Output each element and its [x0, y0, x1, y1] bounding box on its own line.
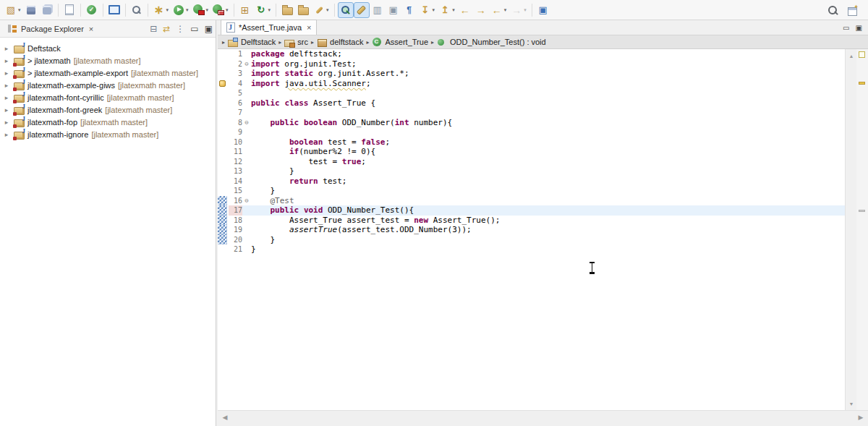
collapse-all-icon[interactable]: ⊟	[150, 24, 157, 34]
line-number[interactable]: 18	[229, 216, 242, 226]
chevron-right-icon[interactable]: ▸	[3, 45, 10, 52]
fold-collapse-icon[interactable]: ⊖	[242, 59, 251, 69]
coverage-button[interactable]: ▾	[191, 2, 211, 18]
import-button[interactable]	[279, 2, 295, 18]
line-number[interactable]: 2	[229, 59, 242, 69]
dropdown-arrow-icon[interactable]: ▾	[186, 7, 189, 13]
line-number[interactable]: 5	[229, 88, 242, 98]
dropdown-arrow-icon[interactable]: ▾	[433, 7, 435, 13]
forward-button[interactable]: →▾	[509, 2, 529, 18]
save-all-button[interactable]	[39, 2, 55, 18]
minimize-icon[interactable]: ▭	[843, 24, 849, 32]
line-number[interactable]: 16	[229, 196, 242, 206]
dropdown-arrow-icon[interactable]: ▾	[504, 7, 507, 13]
new-wizard-button[interactable]: ▧▾	[3, 2, 23, 18]
external-tools-button[interactable]: ▾	[311, 2, 331, 18]
dropdown-arrow-icon[interactable]: ▾	[268, 7, 271, 13]
breadcrumb-item-project[interactable]: Delftstack	[228, 38, 276, 47]
show-whitespace-button[interactable]: ¶	[401, 2, 417, 18]
previous-annotation-button[interactable]: ↥▾	[437, 2, 457, 18]
scroll-left-icon[interactable]: ◀	[219, 411, 231, 424]
line-number[interactable]: 10	[229, 137, 242, 148]
dropdown-arrow-icon[interactable]: ▾	[166, 7, 169, 13]
tree-item[interactable]: ▸jlatexmath-font-cyrillic[jlatexmath mas…	[0, 91, 216, 103]
line-number[interactable]: 17	[229, 205, 242, 216]
last-edit-location-button[interactable]	[338, 2, 354, 18]
chevron-right-icon[interactable]: ▸	[3, 131, 10, 138]
dropdown-arrow-icon[interactable]: ▾	[226, 7, 229, 13]
chevron-right-icon[interactable]: ▸	[3, 57, 10, 64]
search-button[interactable]	[825, 2, 841, 18]
dropdown-arrow-icon[interactable]: ▾	[524, 7, 527, 13]
warning-marker[interactable]	[859, 82, 865, 85]
overview-status-icon[interactable]	[859, 51, 865, 58]
debug-button[interactable]: ∗▾	[151, 2, 171, 18]
back-button[interactable]: ←▾	[489, 2, 509, 18]
line-number[interactable]: 4	[229, 79, 242, 89]
occurrence-marker[interactable]	[859, 210, 865, 212]
fold-collapse-icon[interactable]: ⊖	[242, 118, 251, 128]
tree-item[interactable]: ▸jlatexmath-example-giws[jlatexmath mast…	[0, 79, 216, 91]
scroll-down-icon[interactable]: ▼	[846, 399, 857, 409]
chevron-right-icon[interactable]: ▸	[3, 82, 10, 89]
close-icon[interactable]: ×	[89, 25, 93, 33]
show-source-button[interactable]: ▥	[370, 2, 386, 18]
view-menu-icon[interactable]: ⋮	[176, 24, 184, 34]
chevron-right-icon[interactable]: ▸	[3, 106, 10, 114]
line-number[interactable]: 11	[229, 147, 242, 157]
next-annotation-button[interactable]: ↧▾	[417, 2, 438, 18]
tree-item[interactable]: ▸> jlatexmath-example-export[jlatexmath …	[0, 67, 216, 79]
run-button[interactable]: ▾	[171, 2, 191, 18]
chevron-right-icon[interactable]: ▸	[3, 119, 10, 126]
new-editor-window-button[interactable]: ▣	[535, 2, 551, 18]
dropdown-arrow-icon[interactable]: ▾	[206, 7, 209, 13]
chevron-right-icon[interactable]: ▸	[3, 69, 10, 77]
maximize-icon[interactable]: ▣	[856, 24, 862, 32]
fold-collapse-icon[interactable]: ⊖	[242, 196, 251, 206]
line-number[interactable]: 20	[229, 235, 242, 245]
breadcrumb-item-src[interactable]: src	[284, 38, 308, 47]
overview-ruler[interactable]	[856, 49, 868, 410]
new-document-button[interactable]	[61, 2, 77, 18]
back-to-last-edit-button[interactable]: ←	[457, 2, 473, 18]
update-project-button[interactable]: ↻▾	[253, 2, 273, 18]
tree-item[interactable]: ▸jlatexmath-fop[jlatexmath master]	[0, 116, 216, 128]
line-number[interactable]: 19	[229, 225, 242, 235]
dropdown-arrow-icon[interactable]: ▾	[326, 7, 329, 13]
link-with-editor-icon[interactable]: ⇄	[163, 24, 170, 34]
line-number[interactable]: 14	[229, 176, 242, 187]
tab-package-explorer[interactable]: Package Explorer ×	[3, 20, 98, 37]
vertical-scrollbar[interactable]: ▲ ▼	[845, 49, 856, 410]
line-number[interactable]: 7	[229, 108, 242, 118]
open-console-button[interactable]	[106, 2, 122, 18]
tree-item[interactable]: ▸jlatexmath-ignore[jlatexmath master]	[0, 128, 216, 140]
scroll-up-icon[interactable]: ▲	[846, 51, 857, 61]
breadcrumb-item-package[interactable]: delftstack	[317, 38, 363, 47]
minimize-icon[interactable]: ▭	[190, 24, 198, 34]
open-type-button[interactable]	[129, 2, 145, 18]
line-number[interactable]: 3	[229, 69, 242, 79]
show-selected-element-button[interactable]: ▣	[386, 2, 401, 18]
line-number[interactable]: 12	[229, 157, 242, 167]
dropdown-arrow-icon[interactable]: ▾	[452, 7, 455, 13]
save-button[interactable]	[23, 2, 39, 18]
line-number[interactable]: 6	[229, 98, 242, 108]
line-number[interactable]: 9	[229, 127, 242, 137]
breadcrumb-item-method[interactable]: ODD_Number_Test() : void	[437, 38, 546, 47]
tree-item[interactable]: ▸> jlatexmath[jlatexmath master]	[0, 54, 216, 67]
line-number[interactable]: 1	[229, 49, 242, 59]
horizontal-scrollbar[interactable]: ◀ ▶	[218, 410, 868, 423]
open-perspective-button[interactable]	[845, 2, 861, 18]
line-number[interactable]: 8	[229, 118, 242, 128]
breadcrumb-item-class[interactable]: Assert_True	[373, 38, 429, 47]
tree-item[interactable]: ▸Deftstack	[0, 42, 216, 54]
go-to-last-edit-button[interactable]: →	[473, 2, 489, 18]
chevron-right-icon[interactable]: ▸	[3, 94, 10, 101]
open-resource-button[interactable]	[295, 2, 311, 18]
dropdown-arrow-icon[interactable]: ▾	[18, 7, 21, 13]
close-icon[interactable]: ×	[307, 23, 311, 32]
profile-button[interactable]: ▾	[210, 2, 231, 18]
mark-occurrences-button[interactable]	[354, 2, 370, 18]
task-complete-button[interactable]	[84, 2, 100, 18]
line-number[interactable]: 15	[229, 186, 242, 196]
